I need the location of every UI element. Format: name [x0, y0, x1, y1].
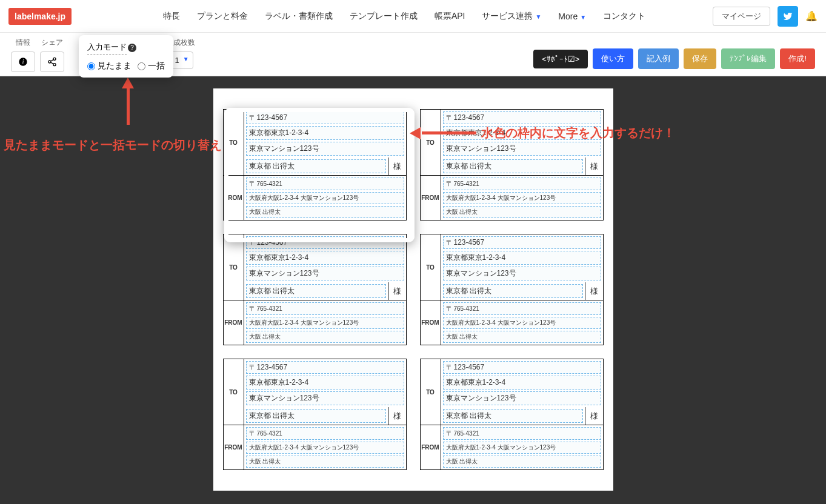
label-card[interactable]: TO 〒123-4567 東京都東京1-2-3-4 東京マンション123号 東京… — [223, 109, 407, 220]
from-side-label: FROM — [421, 176, 441, 220]
from-postal-field[interactable]: 〒765-4321 — [443, 427, 601, 440]
annotation-mode-switch: 見たままモードと一括モードの切り替え — [4, 137, 222, 153]
label-card[interactable]: TO 〒123-4567 東京都東京1-2-3-4 東京マンション123号 東京… — [223, 359, 407, 470]
sama-suffix: 様 — [585, 282, 603, 300]
nav-right: マイページ 🔔 — [713, 6, 818, 27]
canvas-area: TO 〒123-4567 東京都東京1-2-3-4 東京マンション123号 東京… — [0, 76, 826, 504]
example-button[interactable]: 記入例 — [638, 48, 679, 69]
to-postal-field[interactable]: 〒123-4567 — [246, 111, 404, 124]
to-addr2-field[interactable]: 東京マンション123号 — [443, 267, 601, 280]
to-postal-field[interactable]: 〒123-4567 — [443, 111, 601, 124]
from-postal-field[interactable]: 〒765-4321 — [246, 177, 404, 190]
to-addr1-field[interactable]: 東京都東京1-2-3-4 — [246, 376, 404, 390]
svg-line-5 — [51, 59, 54, 61]
to-addr2-field[interactable]: 東京マンション123号 — [246, 142, 404, 156]
nav-api[interactable]: 帳票API — [435, 11, 465, 22]
nav-template[interactable]: テンプレート作成 — [350, 11, 418, 22]
from-postal-field[interactable]: 〒765-4321 — [443, 177, 601, 190]
to-name-field[interactable]: 東京都 出得太 — [443, 284, 583, 298]
toolbar-right: <ｻﾎﾟｰﾄ☑> 使い方 記入例 保存 ﾃﾝﾌﾟﾚ編集 作成! — [533, 48, 815, 69]
mypage-button[interactable]: マイページ — [713, 7, 770, 26]
brand-logo[interactable]: labelmake.jp — [8, 8, 72, 25]
to-postal-field[interactable]: 〒123-4567 — [443, 361, 601, 374]
from-name-field[interactable]: 大阪 出得太 — [443, 331, 601, 343]
to-addr1-field[interactable]: 東京都東京1-2-3-4 — [443, 251, 601, 265]
to-side-label: TO — [224, 110, 244, 175]
chevron-down-icon: ▼ — [183, 56, 189, 62]
from-addr-field[interactable]: 大阪府大阪1-2-3-4 大阪マンション123号 — [443, 442, 601, 454]
share-button[interactable] — [40, 51, 64, 72]
from-name-field[interactable]: 大阪 出得太 — [246, 456, 404, 468]
to-addr2-field[interactable]: 東京マンション123号 — [443, 142, 601, 156]
from-addr-field[interactable]: 大阪府大阪1-2-3-4 大阪マンション123号 — [246, 317, 404, 329]
to-name-field[interactable]: 東京都 出得太 — [246, 409, 386, 423]
to-addr2-field[interactable]: 東京マンション123号 — [246, 391, 404, 405]
nav-pricing[interactable]: プランと料金 — [197, 11, 248, 22]
to-side-label: TO — [421, 359, 441, 425]
to-side-label: TO — [224, 359, 244, 425]
label-card[interactable]: TO 〒123-4567 東京都東京1-2-3-4 東京マンション123号 東京… — [420, 234, 604, 345]
from-side-label: FROM — [224, 300, 244, 345]
svg-point-2 — [53, 58, 56, 60]
svg-line-6 — [51, 62, 54, 64]
from-name-field[interactable]: 大阪 出得太 — [443, 456, 601, 468]
toolbar: 情報 i シェア 入力モード? 見たまま 一括 作成枚数 1 ▼ <ｻﾎﾟｰﾄ☑… — [0, 33, 826, 76]
support-button[interactable]: <ｻﾎﾟｰﾄ☑> — [533, 50, 588, 68]
share-icon — [47, 57, 57, 67]
to-side-label: TO — [421, 234, 441, 300]
to-postal-field[interactable]: 〒123-4567 — [246, 236, 404, 249]
save-button[interactable]: 保存 — [684, 48, 716, 69]
template-edit-button[interactable]: ﾃﾝﾌﾟﾚ編集 — [721, 48, 775, 69]
to-addr1-field[interactable]: 東京都東京1-2-3-4 — [246, 126, 404, 140]
from-name-field[interactable]: 大阪 出得太 — [246, 331, 404, 343]
to-addr1-field[interactable]: 東京都東京1-2-3-4 — [443, 376, 601, 390]
from-side-label: FROM — [224, 425, 244, 469]
share-label: シェア — [41, 38, 63, 48]
from-addr-field[interactable]: 大阪府大阪1-2-3-4 大阪マンション123号 — [246, 192, 404, 204]
twitter-button[interactable] — [778, 6, 798, 27]
sama-suffix: 様 — [585, 158, 603, 175]
from-postal-field[interactable]: 〒765-4321 — [246, 427, 404, 440]
nav-integration[interactable]: サービス連携▼ — [482, 11, 541, 22]
howto-button[interactable]: 使い方 — [593, 48, 633, 69]
from-postal-field[interactable]: 〒765-4321 — [443, 302, 601, 315]
label-card[interactable]: TO 〒123-4567 東京都東京1-2-3-4 東京マンション123号 東京… — [420, 359, 604, 470]
sama-suffix: 様 — [388, 407, 406, 425]
to-addr2-field[interactable]: 東京マンション123号 — [246, 267, 404, 280]
help-icon[interactable]: ? — [128, 44, 136, 52]
to-addr1-field[interactable]: 東京都東京1-2-3-4 — [443, 126, 601, 140]
to-name-field[interactable]: 東京都 出得太 — [246, 159, 386, 173]
nav-features[interactable]: 特長 — [163, 11, 180, 22]
top-nav: labelmake.jp 特長 プランと料金 ラベル・書類作成 テンプレート作成… — [0, 0, 826, 33]
mode-visual-radio[interactable] — [87, 62, 95, 70]
to-postal-field[interactable]: 〒123-4567 — [246, 361, 404, 374]
nav-contact[interactable]: コンタクト — [603, 11, 645, 22]
twitter-icon — [783, 12, 793, 21]
to-name-field[interactable]: 東京都 出得太 — [443, 159, 583, 173]
to-addr2-field[interactable]: 東京マンション123号 — [443, 391, 601, 405]
from-addr-field[interactable]: 大阪府大阪1-2-3-4 大阪マンション123号 — [443, 192, 601, 204]
nav-links: 特長 プランと料金 ラベル・書類作成 テンプレート作成 帳票API サービス連携… — [96, 11, 713, 22]
to-addr1-field[interactable]: 東京都東京1-2-3-4 — [246, 251, 404, 265]
count-value: 1 — [175, 56, 179, 65]
info-col: 情報 i — [11, 38, 35, 72]
label-card[interactable]: TO 〒123-4567 東京都東京1-2-3-4 東京マンション123号 東京… — [420, 109, 604, 220]
info-button[interactable]: i — [11, 51, 35, 72]
from-name-field[interactable]: 大阪 出得太 — [246, 206, 404, 218]
mode-visual-option[interactable]: 見たまま — [87, 61, 132, 71]
make-button[interactable]: 作成! — [780, 48, 815, 69]
mode-bulk-option[interactable]: 一括 — [138, 61, 165, 71]
to-name-field[interactable]: 東京都 出得太 — [246, 284, 386, 298]
bell-icon[interactable]: 🔔 — [805, 10, 818, 22]
nav-create[interactable]: ラベル・書類作成 — [265, 11, 333, 22]
to-postal-field[interactable]: 〒123-4567 — [443, 236, 601, 249]
from-postal-field[interactable]: 〒765-4321 — [246, 302, 404, 315]
from-name-field[interactable]: 大阪 出得太 — [443, 206, 601, 218]
from-addr-field[interactable]: 大阪府大阪1-2-3-4 大阪マンション123号 — [246, 442, 404, 454]
label-card[interactable]: TO 〒123-4567 東京都東京1-2-3-4 東京マンション123号 東京… — [223, 234, 407, 345]
sama-suffix: 様 — [388, 158, 406, 175]
mode-bulk-radio[interactable] — [138, 62, 145, 70]
nav-more[interactable]: More▼ — [558, 12, 586, 21]
to-name-field[interactable]: 東京都 出得太 — [443, 409, 583, 423]
from-addr-field[interactable]: 大阪府大阪1-2-3-4 大阪マンション123号 — [443, 317, 601, 329]
